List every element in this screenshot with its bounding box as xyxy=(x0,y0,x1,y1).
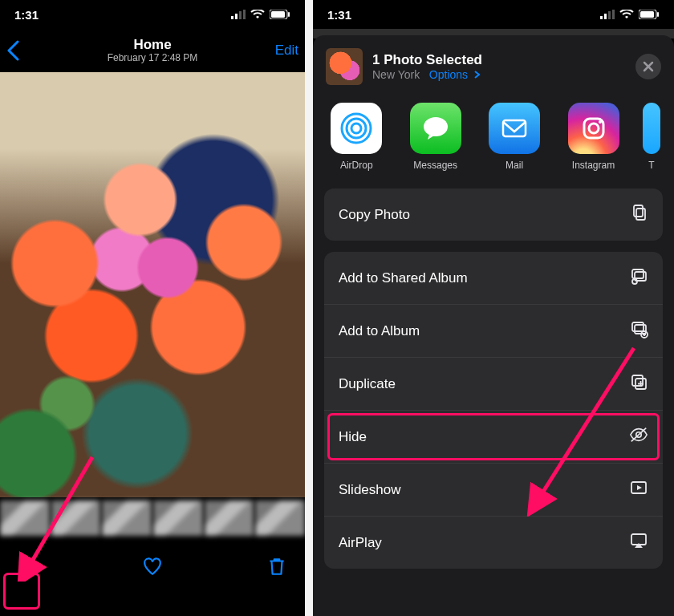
battery-icon xyxy=(270,10,290,19)
annotation-highlight-hide xyxy=(327,413,660,460)
thumbnail[interactable] xyxy=(102,500,152,536)
svg-rect-12 xyxy=(612,10,615,19)
share-app-more[interactable]: T xyxy=(642,103,661,171)
instagram-icon xyxy=(568,103,619,154)
screenshot-canvas: 1:31 Home February 17 2:48 PM Edit xyxy=(0,0,674,616)
share-icon xyxy=(18,556,39,577)
delete-button[interactable] xyxy=(265,554,289,578)
selected-photo-thumb xyxy=(326,48,363,85)
status-icons xyxy=(600,10,660,19)
svg-rect-26 xyxy=(634,205,643,217)
svg-rect-27 xyxy=(636,209,645,220)
action-hide[interactable]: Hide xyxy=(324,411,663,464)
action-list-main: Add to Shared Album Add to Album Duplica… xyxy=(324,252,663,569)
action-airplay[interactable]: AirPlay xyxy=(324,517,663,569)
thumbnail[interactable] xyxy=(255,500,305,536)
share-app-instagram[interactable]: Instagram xyxy=(562,103,623,171)
app-label: T xyxy=(642,160,661,171)
signal-icon xyxy=(600,10,615,19)
svg-point-30 xyxy=(632,279,637,284)
duplicate-icon xyxy=(629,372,648,395)
svg-rect-10 xyxy=(604,14,607,19)
app-label: Mail xyxy=(484,160,545,171)
signal-icon xyxy=(231,10,246,19)
favorite-button[interactable] xyxy=(140,554,164,578)
thumbnail[interactable] xyxy=(205,500,254,536)
svg-rect-15 xyxy=(657,12,659,17)
svg-rect-32 xyxy=(635,325,646,334)
svg-rect-2 xyxy=(239,11,242,19)
share-sheet-title: 1 Photo Selected xyxy=(372,51,626,68)
action-label: Hide xyxy=(339,429,367,445)
heart-icon xyxy=(142,556,163,577)
svg-rect-14 xyxy=(640,11,654,18)
action-duplicate[interactable]: Duplicate xyxy=(324,358,663,411)
thumbnail[interactable] xyxy=(153,500,203,536)
photo-area[interactable] xyxy=(0,72,305,497)
status-time: 1:31 xyxy=(14,8,39,22)
svg-rect-28 xyxy=(632,270,644,278)
action-label: Duplicate xyxy=(339,376,396,392)
chevron-right-icon xyxy=(474,71,481,79)
svg-marker-43 xyxy=(637,485,642,490)
action-add-album[interactable]: Add to Album xyxy=(324,305,663,358)
action-label: Copy Photo xyxy=(339,207,410,223)
chevron-left-icon xyxy=(6,40,21,61)
share-apps-row[interactable]: AirDrop Messages Mail xyxy=(324,96,663,176)
svg-rect-6 xyxy=(288,12,290,17)
airplay-icon xyxy=(629,531,648,554)
close-button[interactable] xyxy=(635,54,661,79)
app-label: Instagram xyxy=(562,160,623,171)
share-options-label: Options xyxy=(429,68,468,81)
svg-rect-9 xyxy=(600,16,603,19)
svg-rect-5 xyxy=(271,11,285,18)
share-app-mail[interactable]: Mail xyxy=(484,103,545,171)
add-album-icon xyxy=(629,319,648,342)
back-button[interactable] xyxy=(6,40,39,61)
svg-point-24 xyxy=(589,124,599,133)
svg-point-19 xyxy=(347,119,366,138)
trash-icon xyxy=(266,556,287,577)
share-sheet: 1 Photo Selected New York Options xyxy=(313,35,674,616)
app-label: AirDrop xyxy=(326,160,387,171)
share-sheet-header: 1 Photo Selected New York Options xyxy=(326,48,661,85)
phone-left: 1:31 Home February 17 2:48 PM Edit xyxy=(0,0,305,616)
svg-point-21 xyxy=(424,117,448,136)
photo-content xyxy=(0,72,305,497)
nav-subtitle: February 17 2:48 PM xyxy=(39,53,266,64)
share-sheet-subtitle: New York Options xyxy=(372,68,626,83)
thumbnail[interactable] xyxy=(0,500,50,536)
thumbnail-strip[interactable] xyxy=(0,497,305,545)
phone-right: 1:31 1 Photo Selected New York Options xyxy=(313,0,674,616)
action-add-shared-album[interactable]: Add to Shared Album xyxy=(324,252,663,305)
svg-rect-31 xyxy=(632,322,644,331)
status-icons xyxy=(231,10,290,19)
share-app-messages[interactable]: Messages xyxy=(404,103,465,171)
action-label: Slideshow xyxy=(339,482,401,498)
status-bar: 1:31 xyxy=(0,0,305,29)
status-time: 1:31 xyxy=(327,8,351,22)
action-copy-photo[interactable]: Copy Photo xyxy=(324,188,663,241)
wifi-icon xyxy=(619,10,634,19)
shared-album-icon xyxy=(629,266,648,290)
svg-rect-11 xyxy=(608,11,611,19)
nav-bar: Home February 17 2:48 PM Edit xyxy=(0,29,305,72)
action-list-single: Copy Photo xyxy=(324,188,663,241)
svg-rect-1 xyxy=(235,14,238,19)
nav-title: Home xyxy=(39,37,266,53)
edit-button[interactable]: Edit xyxy=(266,43,298,59)
action-label: AirPlay xyxy=(339,535,382,551)
share-button[interactable] xyxy=(16,554,40,578)
svg-rect-3 xyxy=(243,10,246,19)
thumbnail[interactable] xyxy=(51,500,101,536)
share-options-button[interactable]: Options xyxy=(429,68,481,81)
generic-app-icon xyxy=(643,103,660,154)
nav-title-area: Home February 17 2:48 PM xyxy=(39,37,266,63)
action-label: Add to Shared Album xyxy=(339,270,468,286)
action-slideshow[interactable]: Slideshow xyxy=(324,464,663,517)
wifi-icon xyxy=(250,10,265,19)
svg-point-25 xyxy=(599,120,602,124)
mail-icon xyxy=(489,103,540,154)
share-app-airdrop[interactable]: AirDrop xyxy=(326,103,387,171)
copy-icon xyxy=(629,203,648,226)
